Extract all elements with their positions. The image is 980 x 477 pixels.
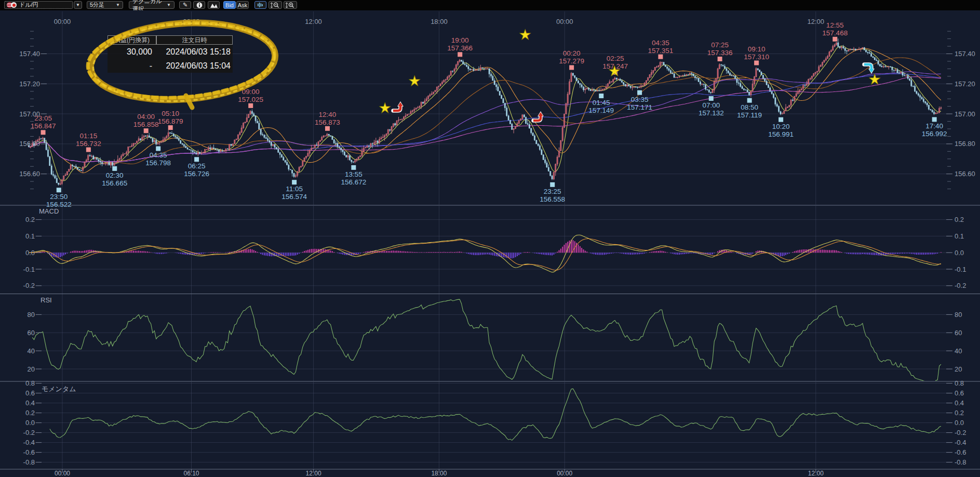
sell-marker-square xyxy=(458,52,462,57)
svg-text:0.1: 0.1 xyxy=(955,232,964,240)
svg-text:156.726: 156.726 xyxy=(184,170,209,178)
svg-text:-0.8: -0.8 xyxy=(23,458,35,466)
svg-text:0.4: 0.4 xyxy=(955,399,964,407)
svg-text:-0.1: -0.1 xyxy=(23,266,35,273)
svg-text:0.4: 0.4 xyxy=(25,399,35,407)
svg-text:157.132: 157.132 xyxy=(699,109,724,117)
svg-text:23:05: 23:05 xyxy=(34,114,52,122)
svg-text:156.992: 156.992 xyxy=(922,130,947,138)
svg-text:60: 60 xyxy=(28,329,35,337)
svg-text:156.574: 156.574 xyxy=(281,193,307,201)
svg-text:12:00: 12:00 xyxy=(306,470,321,477)
svg-text:00:00: 00:00 xyxy=(557,470,572,477)
svg-text:156.60: 156.60 xyxy=(955,170,975,178)
svg-text:0.6: 0.6 xyxy=(25,389,35,397)
svg-text:-0.1: -0.1 xyxy=(955,266,966,273)
svg-text:156.873: 156.873 xyxy=(315,118,340,126)
svg-text:-0.2: -0.2 xyxy=(955,282,966,289)
svg-text:03:35: 03:35 xyxy=(631,96,649,103)
svg-text:-0.8: -0.8 xyxy=(955,458,966,466)
svg-text:156.80: 156.80 xyxy=(19,140,40,148)
sell-marker-square xyxy=(86,148,91,152)
svg-text:-0.2: -0.2 xyxy=(955,429,966,436)
svg-text:156.60: 156.60 xyxy=(19,170,40,178)
svg-text:157.20: 157.20 xyxy=(955,80,975,88)
buy-marker-square xyxy=(57,188,61,192)
pl-column-header: 損益(円換算) xyxy=(108,35,156,45)
svg-text:156.732: 156.732 xyxy=(76,140,101,148)
sell-marker-square xyxy=(569,65,574,70)
svg-text:04:00: 04:00 xyxy=(137,113,155,121)
svg-text:12:00: 12:00 xyxy=(808,470,824,477)
star-stamp-icon: ★ xyxy=(608,63,621,79)
svg-text:07:25: 07:25 xyxy=(711,41,729,49)
svg-text:157.40: 157.40 xyxy=(19,50,40,58)
svg-text:00:00: 00:00 xyxy=(556,18,573,25)
svg-text:-0.2: -0.2 xyxy=(23,282,35,289)
svg-text:156.80: 156.80 xyxy=(955,140,975,148)
svg-text:0.2: 0.2 xyxy=(955,216,964,223)
svg-text:0.2: 0.2 xyxy=(955,409,964,417)
star-stamp-icon: ★ xyxy=(379,100,391,116)
svg-text:00:00: 00:00 xyxy=(55,470,70,477)
sell-marker-square xyxy=(41,130,46,135)
svg-text:20: 20 xyxy=(955,365,962,373)
svg-text:05:10: 05:10 xyxy=(162,110,179,117)
svg-text:07:00: 07:00 xyxy=(702,101,720,109)
svg-text:17:40: 17:40 xyxy=(925,122,943,130)
order-info-tooltip: 損益(円換算) 注文日時 30,000 2024/06/03 15:18 - 2… xyxy=(108,35,233,73)
svg-text:156.665: 156.665 xyxy=(102,179,127,187)
buy-marker-square xyxy=(778,117,783,122)
svg-text:12:55: 12:55 xyxy=(826,21,844,29)
svg-text:0.8: 0.8 xyxy=(955,379,964,387)
svg-text:01:45: 01:45 xyxy=(593,99,610,107)
svg-text:10:20: 10:20 xyxy=(772,123,790,130)
macd-panel-label: MACD xyxy=(39,207,59,215)
star-stamp-icon: ★ xyxy=(868,72,881,87)
svg-text:156.672: 156.672 xyxy=(341,178,366,186)
svg-text:12:40: 12:40 xyxy=(319,111,337,118)
svg-text:0.2: 0.2 xyxy=(25,409,35,417)
svg-text:157.20: 157.20 xyxy=(19,80,40,88)
svg-text:0.8: 0.8 xyxy=(25,379,35,387)
buy-marker-square xyxy=(112,166,117,171)
trading-app-window: ドル/円 ▼ 5分足 ▼ テクニカル選択 ▼ ✎ Bid Ask xyxy=(0,0,980,477)
svg-text:157.468: 157.468 xyxy=(822,29,848,37)
svg-text:80: 80 xyxy=(955,311,962,319)
order-time-value: 2024/06/03 15:18 xyxy=(152,45,233,59)
sell-marker-square xyxy=(833,37,837,42)
buy-marker-square xyxy=(156,146,160,151)
order-time-value: 2024/06/03 15:04 xyxy=(152,59,233,73)
svg-text:06:10: 06:10 xyxy=(184,470,199,477)
svg-text:157.310: 157.310 xyxy=(744,53,769,61)
buy-marker-square xyxy=(709,96,714,101)
svg-text:156.991: 156.991 xyxy=(768,130,794,138)
time-column-header: 注文日時 xyxy=(156,35,233,45)
svg-text:0.0: 0.0 xyxy=(955,419,964,427)
chart-background xyxy=(0,10,980,477)
buy-marker-square xyxy=(747,98,752,103)
svg-text:-0.6: -0.6 xyxy=(955,448,966,456)
svg-text:04:35: 04:35 xyxy=(652,39,669,47)
svg-text:11:05: 11:05 xyxy=(286,185,303,193)
svg-text:-0.4: -0.4 xyxy=(23,439,35,446)
momentum-panel-label: モメンタム xyxy=(42,385,76,394)
svg-text:0.6: 0.6 xyxy=(955,389,964,397)
svg-text:09:00: 09:00 xyxy=(242,88,260,96)
svg-text:18:00: 18:00 xyxy=(431,470,447,477)
svg-text:06:10: 06:10 xyxy=(183,18,200,25)
buy-marker-square xyxy=(637,90,642,95)
sell-marker-square xyxy=(718,57,722,61)
sell-marker-square xyxy=(144,128,149,133)
svg-text:157.351: 157.351 xyxy=(648,47,673,55)
svg-text:156.879: 156.879 xyxy=(158,117,183,125)
svg-text:157.025: 157.025 xyxy=(238,96,263,103)
order-pl-value: - xyxy=(108,59,152,73)
sell-marker-square xyxy=(658,55,663,59)
svg-text:00:00: 00:00 xyxy=(54,18,71,25)
svg-text:157.149: 157.149 xyxy=(588,107,614,114)
sell-marker-square xyxy=(325,126,330,131)
svg-text:40: 40 xyxy=(955,347,962,355)
rsi-panel-label: RSI xyxy=(41,296,52,304)
svg-text:08:50: 08:50 xyxy=(741,103,758,111)
